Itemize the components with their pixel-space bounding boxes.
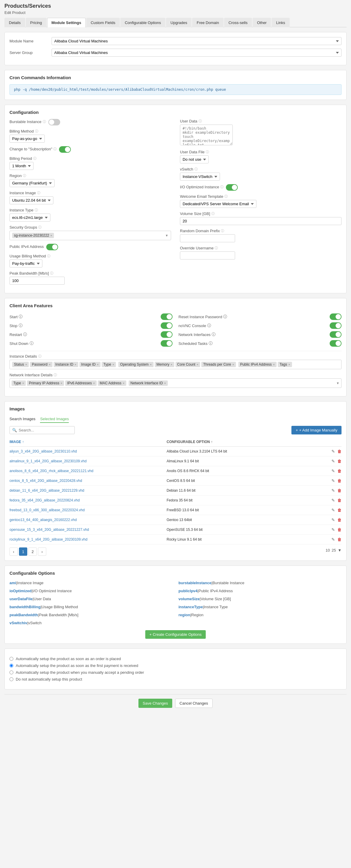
welcome-email-info-icon[interactable]: ⓘ [224,194,228,199]
page-prev-btn[interactable]: ‹ [9,548,18,556]
page-2-btn[interactable]: 2 [28,548,37,556]
user-data-info-icon[interactable]: ⓘ [199,119,202,123]
random-domain-info-icon[interactable]: ⓘ [221,229,224,233]
tab-module-settings[interactable]: Module Settings [47,18,86,27]
search-input[interactable] [19,428,72,432]
add-image-button[interactable]: + + Add Image Manually [291,426,342,434]
delete-icon[interactable]: 🗑 [338,478,342,483]
region-select[interactable]: Germany (Frankfurt) [9,179,55,187]
io-optimized-info-icon[interactable]: ⓘ [220,185,224,189]
network-interface-info-icon[interactable]: ⓘ [54,373,57,377]
usage-billing-select[interactable]: Pay-by-traffic [9,259,42,268]
edit-icon[interactable]: ✎ [331,459,335,464]
tag-os-remove[interactable]: × [150,363,152,366]
instance-details-tags[interactable]: Status × Password × Instance ID × Image … [9,360,342,369]
setup-radio-2[interactable] [9,671,13,674]
security-group-remove-icon[interactable]: × [51,234,52,237]
vswitch-info-icon[interactable]: ⓘ [194,167,198,172]
tab-configurable-options[interactable]: Configurable Options [120,18,165,27]
edit-icon[interactable]: ✎ [331,537,335,542]
setup-radio-0[interactable] [9,657,13,661]
tab-selected-images[interactable]: Selected Images [40,415,69,423]
delete-icon[interactable]: 🗑 [338,469,342,473]
image-filename[interactable]: debian_11_6_x64_20G_alibase_20221229.vhd [9,488,167,493]
sort-configurable-icon[interactable]: ↑ [211,440,213,444]
billing-method-select[interactable]: Pay-as-you-go [9,135,45,143]
sort-image-icon[interactable]: ↑ [22,440,24,444]
random-domain-input[interactable] [180,234,235,242]
tag-status-remove[interactable]: × [25,363,27,366]
tab-upgrades[interactable]: Upgrades [166,18,192,27]
image-filename[interactable]: fedora_35_x64_20G_alibase_20220824.vhd [9,498,167,502]
reset-password-toggle[interactable] [330,313,342,320]
io-optimized-toggle[interactable] [226,184,238,191]
tag-type-remove[interactable]: × [113,363,114,366]
delete-icon[interactable]: 🗑 [338,527,342,532]
tab-search-images[interactable]: Search Images [9,415,35,423]
instance-details-info-icon[interactable]: ⓘ [38,354,41,359]
ntag-type-remove[interactable]: × [22,381,24,385]
setup-radio-1[interactable] [9,664,13,668]
ntag-mac-remove[interactable]: × [123,381,125,385]
peak-bandwidth-info-icon[interactable]: ⓘ [50,271,53,276]
volume-size-input[interactable] [180,217,342,225]
vswitch-select[interactable]: Instance-VSwitch [180,173,220,181]
ntag-ipv6-remove[interactable]: × [93,381,95,385]
instance-type-info-icon[interactable]: ⓘ [35,208,38,212]
tab-other[interactable]: Other [253,18,271,27]
instance-image-info-icon[interactable]: ⓘ [37,191,40,195]
tag-instance-id-remove[interactable]: × [74,363,76,366]
edit-icon[interactable]: ✎ [331,498,335,503]
instance-type-select[interactable]: ecs.t6-c2m1.large [9,214,51,221]
page-1-btn[interactable]: 1 [19,548,27,556]
tag-core-count-remove[interactable]: × [196,363,198,366]
network-interface-tags[interactable]: Type × Primary IP Address × IPv6 Address… [9,378,342,388]
billing-period-select[interactable]: 1 Month [9,162,33,170]
tab-links[interactable]: Links [272,18,289,27]
image-filename[interactable]: freebsd_13_0_x86_300_alibase_20220324.vh… [9,508,167,512]
tab-custom-fields[interactable]: Custom Fields [86,18,120,27]
tag-memory-remove[interactable]: × [170,363,172,366]
volume-size-info-icon[interactable]: ⓘ [211,211,215,216]
delete-icon[interactable]: 🗑 [338,488,342,493]
setup-radio-3[interactable] [9,677,13,681]
edit-icon[interactable]: ✎ [331,518,335,522]
delete-icon[interactable]: 🗑 [338,459,342,464]
burstable-info-icon[interactable]: ⓘ [43,120,46,124]
security-groups-info-icon[interactable]: ⓘ [38,225,41,229]
start-info-icon[interactable]: ⓘ [19,314,23,319]
peak-bandwidth-input[interactable] [9,277,65,285]
restart-info-icon[interactable]: ⓘ [23,332,27,337]
edit-icon[interactable]: ✎ [331,527,335,532]
per-page-dropdown[interactable]: ▼ [338,548,342,553]
edit-icon[interactable]: ✎ [331,488,335,493]
instance-image-select[interactable]: Ubuntu 22.04 64 bit [9,196,53,204]
delete-icon[interactable]: 🗑 [338,537,342,542]
network-interfaces-toggle[interactable] [330,331,342,338]
stop-toggle[interactable] [161,322,172,329]
image-filename[interactable]: centos_8_5_x64_20G_alibase_20220428.vhd [9,478,167,483]
image-filename[interactable]: rockylinux_9_1_x64_20G_alibase_20230109.… [9,537,167,541]
image-filename[interactable]: opensuse_15_3_x64_20G_alibase_20221227.v… [9,528,167,532]
tag-public-ipv4-remove[interactable]: × [273,363,275,366]
server-group-select[interactable]: Alibaba Cloud Virtual Machines [52,49,342,57]
ntag-network-id-remove[interactable]: × [164,381,166,385]
region-info-icon[interactable]: ⓘ [23,174,26,178]
novnc-info-icon[interactable]: ⓘ [207,323,211,328]
ntag-primary-ip-remove[interactable]: × [61,381,62,385]
tab-pricing[interactable]: Pricing [26,18,46,27]
module-name-select[interactable]: Alibaba Cloud Virtual Machines [52,37,342,45]
tab-cross-sells[interactable]: Cross-sells [224,18,252,27]
tab-details[interactable]: Details [4,18,25,27]
cancel-button[interactable]: Cancel Changes [175,699,213,708]
override-username-input[interactable] [180,251,235,259]
burstable-toggle[interactable] [48,119,60,125]
stop-info-icon[interactable]: ⓘ [19,323,23,328]
billing-period-info-icon[interactable]: ⓘ [33,156,36,161]
tag-tags-remove[interactable]: × [288,363,290,366]
change-subscription-toggle[interactable] [59,146,71,153]
create-configurable-button[interactable]: + Create Configurable Options [145,630,206,639]
public-ipv4-toggle[interactable] [46,244,58,250]
usage-billing-info-icon[interactable]: ⓘ [47,254,51,258]
welcome-email-select[interactable]: Dedicated/VPS Server Welcome Email [180,200,256,208]
